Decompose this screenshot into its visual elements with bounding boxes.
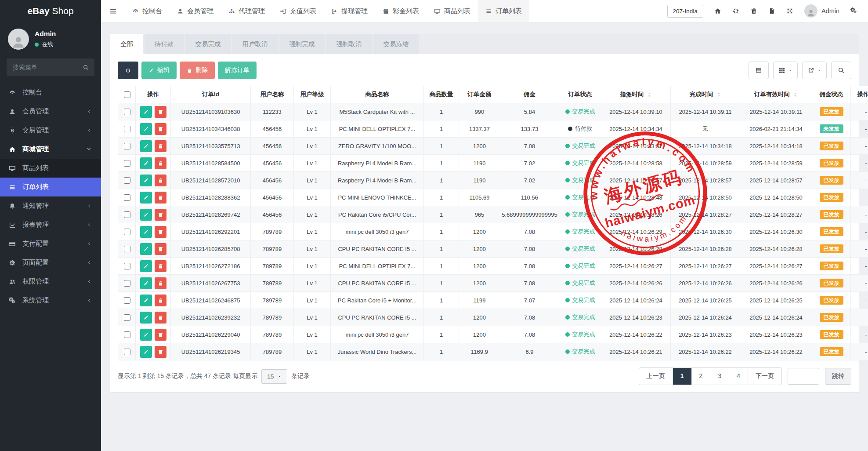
pagination-prev[interactable]: 上一页 xyxy=(639,368,673,385)
row-checkbox[interactable] xyxy=(124,126,130,132)
sort-carets-icon[interactable] xyxy=(793,92,798,97)
row-edit-button[interactable] xyxy=(140,157,152,169)
grid-view-button[interactable] xyxy=(773,62,798,79)
page-jump-input[interactable] xyxy=(788,368,819,385)
row-checkbox[interactable] xyxy=(124,194,130,201)
pagination-page-2[interactable]: 2 xyxy=(692,368,711,385)
row-checkbox[interactable] xyxy=(124,280,130,287)
export-view-button[interactable] xyxy=(802,62,827,79)
row-edit-button[interactable] xyxy=(140,243,152,255)
sidebar-item-商城管理[interactable]: 商城管理 xyxy=(0,140,101,159)
tab-用户取消[interactable]: 用户取消 xyxy=(232,34,278,54)
sidebar-item-系统管理[interactable]: 系统管理 xyxy=(0,291,101,310)
row-delete-button[interactable] xyxy=(155,192,166,204)
row-delete-button[interactable] xyxy=(155,295,166,306)
topnav-item-会员管理[interactable]: 会员管理 xyxy=(170,0,221,22)
topnav-item-控制台[interactable]: 控制台 xyxy=(125,0,170,22)
row-delete-button[interactable] xyxy=(155,175,166,186)
row-delete-button[interactable] xyxy=(155,140,166,152)
topbar-user[interactable]: Admin xyxy=(804,4,839,18)
pagination-page-1[interactable]: 1 xyxy=(673,368,692,385)
tab-交易完成[interactable]: 交易完成 xyxy=(185,34,231,54)
row-checkbox[interactable] xyxy=(124,331,130,338)
tab-待付款[interactable]: 待付款 xyxy=(145,34,184,54)
refresh-button[interactable] xyxy=(118,62,138,79)
table-list-view-button[interactable] xyxy=(749,62,769,79)
row-edit-button[interactable] xyxy=(140,123,152,135)
expand-icon[interactable] xyxy=(786,7,793,15)
row-edit-button[interactable] xyxy=(140,277,152,289)
select-all-checkbox[interactable] xyxy=(124,91,130,98)
row-delete-button[interactable] xyxy=(155,209,166,221)
file-icon[interactable] xyxy=(768,7,775,15)
refresh-icon[interactable] xyxy=(732,7,739,15)
sidebar-item-订单列表[interactable]: 订单列表 xyxy=(0,178,101,196)
row-edit-button[interactable] xyxy=(140,226,152,238)
row-edit-button[interactable] xyxy=(140,312,152,324)
row-checkbox[interactable] xyxy=(124,143,130,149)
row-checkbox[interactable] xyxy=(124,109,130,115)
trash-icon[interactable] xyxy=(750,7,757,15)
row-delete-button[interactable] xyxy=(155,157,166,169)
row-delete-button[interactable] xyxy=(155,277,166,289)
sidebar-item-商品列表[interactable]: 商品列表 xyxy=(0,159,101,178)
row-delete-button[interactable] xyxy=(155,123,166,135)
tab-强制完成[interactable]: 强制完成 xyxy=(279,34,325,54)
sidebar-item-支付配置[interactable]: 支付配置 xyxy=(0,234,101,253)
row-checkbox[interactable] xyxy=(124,263,130,269)
row-edit-button[interactable] xyxy=(140,106,152,118)
row-checkbox[interactable] xyxy=(124,246,130,252)
site-selector-button[interactable]: 207-India xyxy=(667,5,703,18)
row-edit-button[interactable] xyxy=(140,209,152,221)
row-checkbox[interactable] xyxy=(124,297,130,304)
page-jump-button[interactable]: 跳转 xyxy=(825,368,851,385)
row-edit-button[interactable] xyxy=(140,329,152,341)
tab-交易冻结[interactable]: 交易冻结 xyxy=(373,34,419,54)
topnav-item-彩金列表[interactable]: 彩金列表 xyxy=(375,0,427,22)
hamburger-icon[interactable] xyxy=(101,0,125,22)
sidebar-item-通知管理[interactable]: 通知管理 xyxy=(0,196,101,215)
sidebar-item-控制台[interactable]: 控制台 xyxy=(0,83,101,102)
sidebar-search-input[interactable] xyxy=(12,63,83,71)
search-view-button[interactable] xyxy=(831,62,851,79)
row-delete-button[interactable] xyxy=(155,346,166,358)
row-checkbox[interactable] xyxy=(124,177,130,184)
topnav-item-提现管理[interactable]: 提现管理 xyxy=(324,0,375,22)
topnav-item-商品列表[interactable]: 商品列表 xyxy=(427,0,478,22)
column-header-指派时间[interactable]: 指派时间 xyxy=(601,86,671,103)
sidebar-item-页面配置[interactable]: 页面配置 xyxy=(0,253,101,272)
row-edit-button[interactable] xyxy=(140,192,152,204)
home-icon[interactable] xyxy=(714,7,721,15)
sidebar-item-报表管理[interactable]: 报表管理 xyxy=(0,215,101,234)
sort-carets-icon[interactable] xyxy=(647,92,652,97)
row-edit-button[interactable] xyxy=(140,295,152,306)
sidebar-item-权限管理[interactable]: 权限管理 xyxy=(0,272,101,291)
row-edit-button[interactable] xyxy=(140,346,152,358)
pagination-next[interactable]: 下一页 xyxy=(748,368,781,385)
unfreeze-order-button[interactable]: 解冻订单 xyxy=(218,62,257,79)
row-delete-button[interactable] xyxy=(155,260,166,272)
row-edit-button[interactable] xyxy=(140,260,152,272)
row-checkbox[interactable] xyxy=(124,160,130,167)
row-delete-button[interactable] xyxy=(155,329,166,341)
page-size-dropdown[interactable]: 15 xyxy=(261,369,287,384)
topnav-item-充值列表[interactable]: 充值列表 xyxy=(272,0,324,22)
sidebar-item-交易管理[interactable]: B交易管理 xyxy=(0,121,101,140)
topnav-item-订单列表[interactable]: 订单列表 xyxy=(478,0,529,22)
sidebar-item-会员管理[interactable]: 会员管理 xyxy=(0,102,101,121)
row-delete-button[interactable] xyxy=(155,312,166,324)
sort-carets-icon[interactable] xyxy=(716,92,721,97)
search-icon[interactable] xyxy=(83,64,89,71)
delete-button[interactable]: 删除 xyxy=(180,62,215,79)
edit-button[interactable]: 编辑 xyxy=(141,62,177,79)
column-header-完成时间[interactable]: 完成时间 xyxy=(671,86,740,103)
topnav-item-代理管理[interactable]: 代理管理 xyxy=(221,0,272,22)
row-checkbox[interactable] xyxy=(124,211,130,218)
column-header-订单有效时间[interactable]: 订单有效时间 xyxy=(740,86,812,103)
tab-强制取消[interactable]: 强制取消 xyxy=(326,34,372,54)
row-delete-button[interactable] xyxy=(155,226,166,238)
row-edit-button[interactable] xyxy=(140,140,152,152)
row-edit-button[interactable] xyxy=(140,175,152,186)
row-checkbox[interactable] xyxy=(124,229,130,235)
gears-icon[interactable] xyxy=(850,7,857,15)
